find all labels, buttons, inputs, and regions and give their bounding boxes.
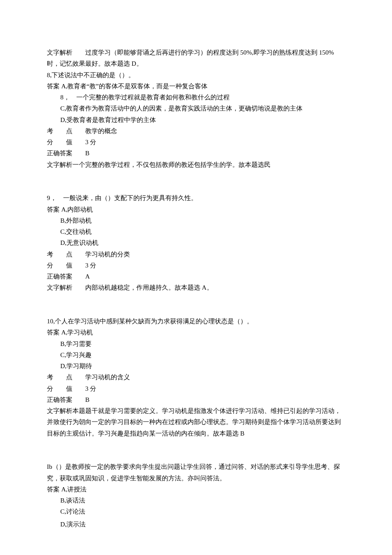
- q10-score: 分 值 3 分: [47, 383, 345, 394]
- question-stem-text: 个人在学习活动中感到某种欠缺而为力求获得满足的心理状态是（）。: [55, 318, 253, 325]
- spacer: [47, 450, 345, 461]
- q8-answer: 正确答案 B: [47, 148, 345, 159]
- q8-point: 考 点 教学的概念: [47, 125, 345, 137]
- option-prefix: B,: [61, 217, 66, 224]
- score-value: 3 分: [72, 385, 96, 392]
- spacer: [47, 181, 345, 192]
- option-text: 内部动机: [67, 206, 93, 213]
- q11-option-c: C,讨论法: [47, 506, 345, 517]
- q9-point: 考 点 学习动机的分类: [47, 249, 345, 260]
- spacer: [47, 439, 345, 450]
- option-text: 教育者“教”的客体不是双客体，而是一种复合客体: [67, 83, 207, 90]
- q9-stem: 9， 一般说来，由（）支配下的行为更具有持久性。: [47, 192, 345, 203]
- explain-label: 文字解析: [47, 161, 72, 168]
- q11-option-a: 答案 A,讲授法: [47, 484, 345, 495]
- q7-explanation: 文字解析 过度学习（即能够背诵之后再进行的学习）的程度达到 50%,即学习的熟练…: [47, 47, 345, 70]
- q8-option-b: 8， 一个完整的教学过程就是教育者如何教和教什么的过程: [47, 92, 345, 103]
- answer-label: 正确答案: [47, 396, 72, 403]
- q9-explanation: 文字解析 内部动机越稳定，作用越持久。故本题选 A。: [47, 282, 345, 293]
- option-prefix: 答案 A,: [47, 83, 67, 90]
- option-prefix: C,: [61, 352, 66, 358]
- q9-option-b: B,外部动机: [47, 215, 345, 226]
- q10-option-c: C,学习兴趣: [47, 349, 345, 360]
- question-stem-text: （）是教师按一定的教学要求向学生提出问题让学生回答，通过问答、对话的形式来引导学…: [47, 463, 340, 481]
- question-number: 10,: [47, 318, 55, 325]
- option-text: 交往动机: [66, 228, 92, 235]
- option-prefix: C,: [61, 508, 66, 515]
- q10-option-d: D,学习期待: [47, 360, 345, 372]
- q9-option-c: C,交往动机: [47, 226, 345, 237]
- q8-option-a: 答案 A,教育者“教”的客体不是双客体，而是一种复合客体: [47, 81, 345, 92]
- point-label: 考 点: [47, 128, 72, 134]
- option-prefix: D,: [61, 521, 67, 528]
- q10-point: 考 点 学习动机的含义: [47, 372, 345, 383]
- q8-stem: 8,下述说法中不正确的是（）。: [47, 70, 345, 81]
- option-text: 学习兴趣: [66, 352, 92, 358]
- q9-option-d: D,无意识动机: [47, 237, 345, 248]
- explain-text: 内部动机越稳定，作用越持久。故本题选 A。: [72, 284, 213, 291]
- answer-value: B: [72, 150, 89, 157]
- option-text: 谈话法: [66, 497, 85, 504]
- explain-text: 本题题干就是学习需要的定义。学习动机是指激发个体进行学习活动、维持已引起的学习活…: [47, 407, 341, 437]
- q8-explanation: 文字解析一个完整的教学过程，不仅包括教师的教还包括学生的学。故本题选民: [47, 159, 345, 170]
- score-value: 3 分: [72, 139, 96, 145]
- q11-option-b: B,谈话法: [47, 495, 345, 506]
- option-text: 学习动机: [67, 329, 93, 336]
- q8-option-c: C,教育者作为教育活动中的人的因素，是教育实践活动的主体，更确切地说是教的主体: [47, 103, 345, 114]
- q8-option-d: D,受教育者是教育过程中学的主体: [47, 114, 345, 125]
- q10-stem: 10,个人在学习活动中感到某种欠缺而为力求获得满足的心理状态是（）。: [47, 316, 345, 327]
- q10-option-b: B,学习需要: [47, 338, 345, 349]
- spacer: [47, 305, 345, 316]
- explain-label: 文字解析: [47, 407, 72, 414]
- score-value: 3 分: [72, 262, 96, 269]
- option-text: 学习期待: [66, 363, 92, 369]
- point-value: 学习动机的分类: [72, 251, 130, 258]
- spacer: [47, 170, 345, 181]
- option-text: 讲授法: [67, 486, 86, 493]
- option-prefix: 答案 A,: [47, 329, 67, 336]
- option-text: 演示法: [66, 521, 86, 528]
- point-value: 教学的概念: [72, 128, 117, 134]
- q11-stem: Ib（）是教师按一定的教学要求向学生提出问题让学生回答，通过问答、对话的形式来引…: [47, 461, 345, 484]
- q9-score: 分 值 3 分: [47, 260, 345, 271]
- option-text: 学习需要: [66, 340, 92, 347]
- q9-answer: 正确答案 A: [47, 271, 345, 282]
- q10-explanation: 文字解析本题题干就是学习需要的定义。学习动机是指激发个体进行学习活动、维持已引起…: [47, 405, 345, 439]
- option-prefix: 答案 A,: [47, 486, 67, 493]
- document-page: 文字解析 过度学习（即能够背诵之后再进行的学习）的程度达到 50%,即学习的熟练…: [0, 0, 392, 555]
- q10-answer: 正确答案 B: [47, 394, 345, 405]
- point-label: 考 点: [47, 251, 72, 258]
- score-label: 分 值: [47, 139, 72, 145]
- option-prefix: D,: [61, 239, 67, 246]
- option-prefix: C,: [61, 228, 66, 235]
- explain-text: 过度学习（即能够背诵之后再进行的学习）的程度达到 50%,即学习的熟练程度达到 …: [47, 49, 334, 67]
- option-text: 外部动机: [66, 217, 92, 224]
- point-label: 考 点: [47, 374, 72, 381]
- question-number: 9，: [47, 195, 57, 201]
- explain-label: 文字解析: [47, 49, 72, 56]
- q11-option-d: D,演示法: [47, 519, 345, 530]
- score-label: 分 值: [47, 385, 72, 392]
- question-number: Ib: [47, 463, 52, 470]
- option-text: 讨论法: [66, 508, 85, 515]
- question-stem-text: 下述说法中不正确的是（）。: [52, 72, 135, 78]
- option-prefix: D,: [61, 116, 67, 123]
- option-prefix: B,: [61, 497, 66, 504]
- option-prefix: 答案 A,: [47, 206, 67, 213]
- option-prefix: 8，: [61, 94, 70, 101]
- answer-value: B: [72, 396, 89, 403]
- spacer: [47, 293, 345, 305]
- option-text: 教育者作为教育活动中的人的因素，是教育实践活动的主体，更确切地说是教的主体: [66, 105, 303, 112]
- option-text: 受教育者是教育过程中学的主体: [66, 116, 156, 123]
- answer-label: 正确答案: [47, 150, 72, 157]
- q10-option-a: 答案 A,学习动机: [47, 327, 345, 338]
- q8-score: 分 值 3 分: [47, 137, 345, 148]
- option-prefix: B,: [61, 340, 66, 347]
- question-number: 8,: [47, 72, 52, 78]
- explain-text: 一个完整的教学过程，不仅包括教师的教还包括学生的学。故本题选民: [72, 161, 271, 168]
- option-prefix: C,: [61, 105, 66, 112]
- question-stem-text: 一般说来，由（）支配下的行为更具有持久性。: [63, 195, 197, 201]
- option-prefix: D,: [61, 363, 67, 369]
- answer-value: A: [72, 273, 90, 280]
- explain-label: 文字解析: [47, 284, 72, 291]
